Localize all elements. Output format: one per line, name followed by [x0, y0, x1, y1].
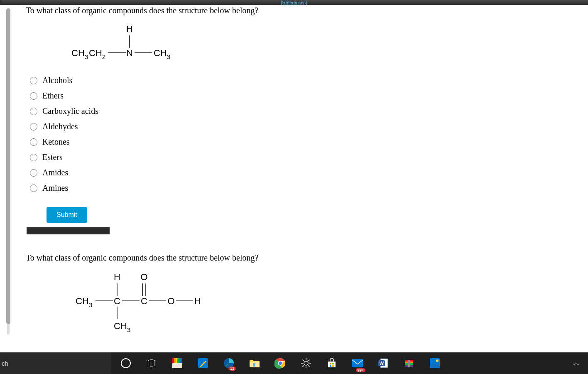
option-label: Ketones — [42, 137, 70, 147]
radio-alcohols[interactable] — [30, 77, 37, 84]
svg-line-52 — [309, 360, 310, 361]
submit-button[interactable]: Submit — [47, 207, 87, 223]
svg-rect-55 — [330, 365, 331, 367]
radio-ethers[interactable] — [30, 92, 37, 100]
svg-point-67 — [436, 359, 439, 362]
svg-line-49 — [303, 360, 304, 361]
badge-11: 11 — [228, 367, 236, 371]
radio-amines[interactable] — [30, 185, 37, 192]
option-ethers[interactable]: Ethers — [30, 91, 580, 101]
svg-text:CH: CH — [154, 48, 167, 58]
svg-rect-30 — [172, 358, 174, 363]
svg-rect-32 — [176, 358, 177, 363]
chemical-structure-2: H O CH 3 C C O H — [51, 271, 580, 333]
option-alcohols[interactable]: Alcohols — [30, 76, 580, 85]
svg-text:3: 3 — [85, 53, 88, 60]
svg-rect-33 — [177, 358, 179, 363]
progress-bar — [27, 227, 110, 234]
svg-rect-65 — [408, 360, 410, 367]
option-label: Aldehydes — [42, 122, 78, 131]
svg-point-44 — [304, 361, 308, 365]
system-tray: ︿ — [568, 359, 588, 368]
svg-text:CH: CH — [71, 48, 85, 58]
file-explorer-icon[interactable] — [243, 352, 266, 374]
task-view-icon[interactable] — [140, 352, 163, 374]
svg-line-51 — [303, 366, 304, 367]
svg-text:O: O — [140, 272, 147, 282]
option-amides[interactable]: Amides — [30, 168, 580, 177]
store-icon[interactable] — [321, 352, 343, 374]
svg-rect-57 — [352, 359, 363, 367]
svg-line-50 — [309, 366, 310, 367]
taskbar-icons: 11 — [115, 352, 446, 374]
mail-icon[interactable]: 99+ — [346, 352, 369, 374]
tray-chevron-icon[interactable]: ︿ — [568, 359, 585, 368]
radio-esters[interactable] — [30, 154, 37, 161]
options-list-1: Alcohols Ethers Carboxylic acids Aldehyd… — [30, 76, 580, 193]
svg-text:2: 2 — [102, 53, 105, 60]
cortana-icon[interactable] — [115, 352, 137, 374]
option-label: Amides — [42, 168, 68, 177]
chrome-browser-icon[interactable] — [269, 352, 292, 374]
badge-99: 99+ — [356, 368, 365, 372]
svg-text:CH: CH — [89, 48, 102, 58]
option-label: Amines — [42, 183, 68, 193]
radio-ketones[interactable] — [30, 138, 37, 146]
svg-text:O: O — [167, 296, 174, 306]
svg-rect-53 — [330, 363, 331, 364]
radio-aldehydes[interactable] — [30, 123, 37, 130]
word-icon[interactable]: W — [372, 352, 394, 374]
references-link[interactable]: [References] — [281, 0, 307, 5]
option-amines[interactable]: Amines — [30, 183, 580, 193]
question-text-2: To what class of organic compounds does … — [26, 253, 580, 263]
chemical-structure-1: H CH 3 CH 2 N CH 3 — [47, 24, 580, 65]
option-label: Ethers — [42, 91, 64, 101]
svg-text:H: H — [126, 24, 133, 34]
question-block-1: To what class of organic compounds does … — [26, 6, 580, 234]
photos-icon[interactable] — [424, 352, 446, 374]
svg-text:H: H — [194, 296, 201, 306]
svg-text:H: H — [114, 272, 120, 282]
scrollbar-thumb[interactable] — [6, 8, 10, 324]
option-aldehydes[interactable]: Aldehydes — [30, 122, 580, 131]
question-block-2: To what class of organic compounds does … — [26, 253, 580, 333]
option-ketones[interactable]: Ketones — [30, 137, 580, 147]
edge-browser-icon[interactable]: 11 — [218, 352, 240, 374]
svg-text:3: 3 — [127, 326, 130, 333]
svg-rect-36 — [172, 363, 182, 368]
svg-rect-34 — [179, 358, 181, 363]
svg-text:C: C — [114, 296, 120, 306]
search-text: ch — [2, 360, 8, 367]
winrar-icon[interactable] — [398, 352, 420, 374]
svg-rect-56 — [332, 365, 334, 367]
taskbar-search[interactable]: ch — [0, 352, 111, 374]
svg-text:3: 3 — [89, 301, 92, 308]
svg-rect-54 — [332, 363, 334, 364]
option-label: Esters — [42, 153, 63, 162]
option-carboxylic-acids[interactable]: Carboxylic acids — [30, 106, 580, 116]
paint-app-icon[interactable] — [166, 352, 189, 374]
radio-carboxylic[interactable] — [30, 108, 37, 115]
svg-text:3: 3 — [167, 53, 170, 60]
option-label: Alcohols — [42, 76, 72, 85]
settings-icon[interactable] — [295, 352, 317, 374]
svg-text:N: N — [126, 48, 133, 58]
svg-text:CH: CH — [114, 321, 127, 331]
option-esters[interactable]: Esters — [30, 153, 580, 162]
top-reference-bar: [References] — [0, 0, 588, 5]
svg-text:W: W — [380, 361, 384, 366]
svg-rect-40 — [253, 363, 255, 367]
content-area: To what class of organic compounds does … — [26, 6, 580, 335]
cortana-circle-icon — [121, 358, 131, 368]
svg-rect-31 — [174, 358, 176, 363]
radio-amides[interactable] — [30, 169, 37, 177]
option-label: Carboxylic acids — [42, 106, 98, 116]
svg-text:C: C — [141, 296, 147, 306]
svg-text:CH: CH — [76, 296, 89, 306]
pencil-app-icon[interactable] — [192, 352, 214, 374]
svg-rect-35 — [181, 358, 182, 363]
windows-taskbar: ch — [0, 352, 588, 374]
question-text-1: To what class of organic compounds does … — [26, 6, 580, 15]
